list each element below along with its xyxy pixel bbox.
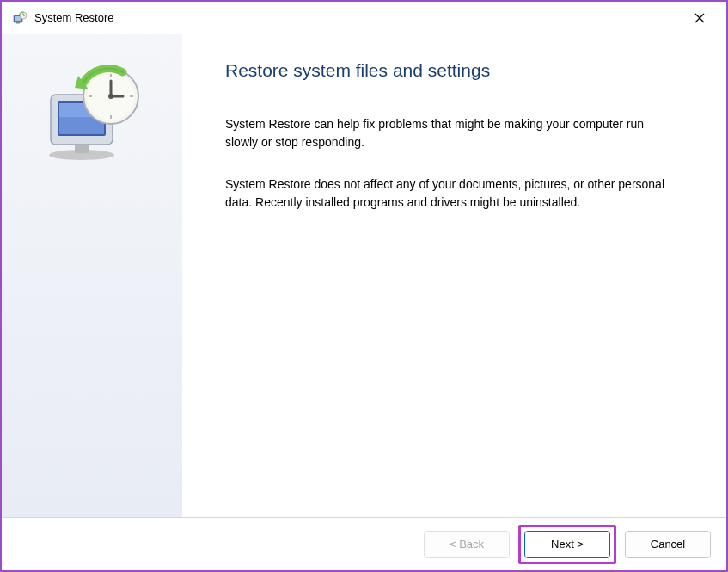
back-button: < Back <box>424 531 510 558</box>
page-heading: Restore system files and settings <box>225 60 692 81</box>
close-button[interactable] <box>680 4 719 32</box>
svg-rect-2 <box>16 22 20 24</box>
next-button-highlight: Next > <box>518 525 616 564</box>
cancel-button[interactable]: Cancel <box>625 531 711 558</box>
restore-large-icon <box>40 60 144 163</box>
window-title: System Restore <box>34 11 680 24</box>
system-restore-window: System Restore <box>0 0 728 572</box>
titlebar: System Restore <box>2 2 726 34</box>
intro-paragraph-2: System Restore does not affect any of yo… <box>225 175 672 212</box>
intro-paragraph-1: System Restore can help fix problems tha… <box>225 115 672 151</box>
system-restore-icon <box>12 10 28 26</box>
content-area: Restore system files and settings System… <box>2 34 726 517</box>
main-panel: Restore system files and settings System… <box>182 34 726 517</box>
close-icon <box>694 13 705 23</box>
wizard-footer: < Back Next > Cancel <box>2 517 726 570</box>
sidebar <box>2 34 182 517</box>
svg-point-23 <box>108 94 113 99</box>
next-button[interactable]: Next > <box>524 531 610 558</box>
